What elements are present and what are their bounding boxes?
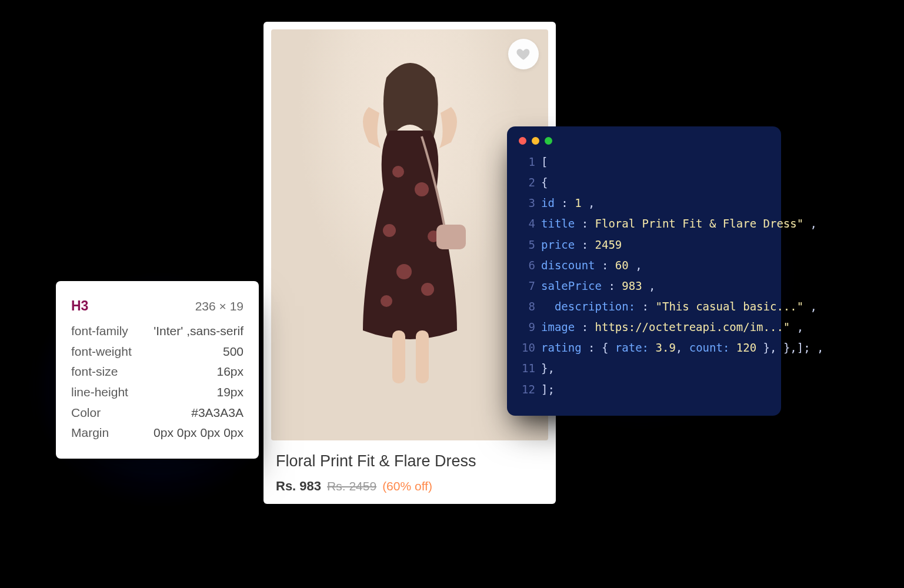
inspector-property: font-weight xyxy=(71,342,132,362)
inspector-row: font-weight500 xyxy=(71,342,243,362)
css-inspector-tooltip: H3 236 × 19 font-family'Inter' ,sans-ser… xyxy=(56,281,259,459)
inspector-property: font-size xyxy=(71,362,118,382)
inspector-value: 16px xyxy=(216,362,243,382)
line-number: 4 xyxy=(520,213,535,234)
inspector-value: 'Inter' ,sans-serif xyxy=(154,321,243,342)
original-price: Rs. 2459 xyxy=(327,479,376,493)
inspector-value: 500 xyxy=(223,342,243,362)
line-number: 6 xyxy=(520,255,535,276)
svg-point-2 xyxy=(415,182,429,196)
inspector-value: #3A3A3A xyxy=(191,403,243,423)
line-number: 7 xyxy=(520,276,535,296)
line-number: 5 xyxy=(520,235,535,255)
model-illustration xyxy=(333,54,486,401)
sale-price: Rs. 983 xyxy=(276,479,321,494)
inspector-row: font-size16px xyxy=(71,362,243,382)
window-traffic-lights xyxy=(507,126,781,149)
svg-rect-8 xyxy=(436,225,466,249)
svg-point-6 xyxy=(421,283,434,296)
inspector-value: 0px 0px 0px 0px xyxy=(154,423,243,443)
svg-rect-9 xyxy=(392,330,405,383)
inspector-row: line-height19px xyxy=(71,382,243,403)
line-number: 3 xyxy=(520,193,535,213)
product-title: Floral Print Fit & Flare Dress xyxy=(276,452,543,470)
svg-point-5 xyxy=(396,264,412,279)
inspector-row: font-family'Inter' ,sans-serif xyxy=(71,321,243,342)
zoom-dot-icon[interactable] xyxy=(545,137,552,145)
line-number: 9 xyxy=(520,317,535,338)
line-number: 1 xyxy=(520,152,535,172)
close-dot-icon[interactable] xyxy=(519,137,526,145)
svg-point-7 xyxy=(381,295,392,307)
inspector-element-tag: H3 xyxy=(71,295,88,318)
svg-point-1 xyxy=(392,166,404,178)
inspector-value: 19px xyxy=(216,382,243,403)
inspector-property: line-height xyxy=(71,382,128,403)
line-number: 10 xyxy=(520,338,535,358)
minimize-dot-icon[interactable] xyxy=(532,137,539,145)
svg-rect-10 xyxy=(416,330,429,383)
inspector-property: Margin xyxy=(71,423,109,443)
inspector-rows: font-family'Inter' ,sans-seriffont-weigh… xyxy=(71,321,243,443)
heart-icon xyxy=(516,46,531,62)
code-body: 1[ 2{ 3id : 1 , 4title : Floral Print Fi… xyxy=(507,149,781,410)
wishlist-button[interactable] xyxy=(508,39,539,69)
inspector-property: font-family xyxy=(71,321,128,342)
line-number: 11 xyxy=(520,358,535,379)
line-number: 12 xyxy=(520,379,535,400)
inspector-dimensions: 236 × 19 xyxy=(195,296,243,317)
inspector-row: Margin0px 0px 0px 0px xyxy=(71,423,243,443)
line-number: 8 xyxy=(520,296,535,317)
price-row: Rs. 983 Rs. 2459 (60% off) xyxy=(276,479,543,494)
line-number: 2 xyxy=(520,172,535,193)
code-editor-window: 1[ 2{ 3id : 1 , 4title : Floral Print Fi… xyxy=(507,126,781,416)
discount-label: (60% off) xyxy=(382,479,432,493)
svg-point-3 xyxy=(383,224,396,237)
inspector-property: Color xyxy=(71,403,101,423)
inspector-row: Color#3A3A3A xyxy=(71,403,243,423)
